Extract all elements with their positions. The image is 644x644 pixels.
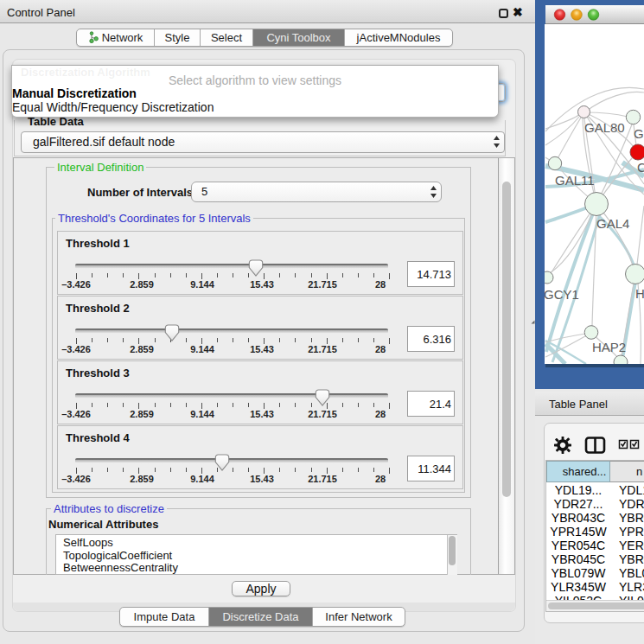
svg-text:HAP2: HAP2	[592, 340, 626, 354]
svg-text:GAL80: GAL80	[584, 120, 625, 135]
svg-text:GAL4: GAL4	[596, 216, 629, 231]
svg-text:GCY1: GCY1	[545, 287, 579, 302]
svg-text:GAL11: GAL11	[555, 173, 595, 188]
svg-text:H: H	[635, 286, 644, 301]
svg-text:G.: G.	[634, 126, 644, 141]
svg-text:C: C	[637, 160, 644, 175]
